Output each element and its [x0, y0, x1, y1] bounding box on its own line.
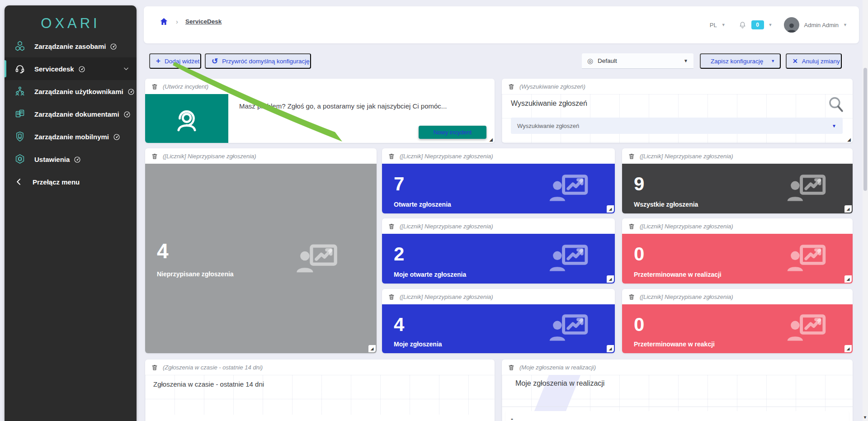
search-tickets-widget: (Wyszukiwanie zgłoszeń) Wyszukiwanie zgł…	[502, 79, 853, 143]
resize-handle[interactable]: ◢	[847, 137, 851, 142]
documents-icon	[14, 109, 25, 119]
delete-widget-icon[interactable]	[388, 152, 395, 160]
notification-count-badge[interactable]: 0	[751, 20, 764, 29]
scrollbar-track[interactable]: ▼	[863, 0, 868, 421]
search-widget-title: Wyszukiwanie zgłoszeń	[511, 99, 587, 108]
incident-teal-panel	[145, 94, 228, 143]
chart-widget-body: Zgłoszenia w czasie - ostatnie 14 dni Zg…	[145, 375, 495, 421]
target-circle-icon: ◎	[587, 57, 593, 65]
counter-label: Nieprzypisane zgłoszenia	[157, 270, 234, 278]
user-menu-caret-icon[interactable]: ▼	[843, 23, 847, 27]
resize-handle[interactable]: ◢	[489, 137, 493, 142]
counter-widget-all: ([Licznik] Nieprzypisane zgłoszenia) 9 W…	[622, 148, 853, 213]
sidebar-item-label: Ustawienia	[34, 156, 81, 163]
language-selector-label[interactable]: PL	[710, 22, 717, 28]
counter-tile[interactable]: 9 Wszystkie zgłoszenia ◢	[622, 164, 853, 213]
sidebar-item-zarzadzanie-uzytkownikami[interactable]: Zarządzanie użytkownikami	[5, 80, 137, 103]
resize-handle[interactable]: ◢	[607, 345, 614, 352]
dashboard-gauge-icon	[113, 133, 120, 141]
resize-handle[interactable]: ◢	[607, 205, 614, 213]
scrollbar-down-arrow[interactable]: ▼	[863, 415, 867, 420]
oxari-logo: OXARI	[5, 15, 137, 32]
counter-tile[interactable]: 4 Nieprzypisane zgłoszenia ◢	[145, 164, 377, 353]
delete-widget-icon[interactable]	[628, 293, 635, 301]
search-caret-icon[interactable]: ▼	[832, 123, 836, 128]
ticket-list-item[interactable]: - Zgłaszający Admin Admin	[505, 411, 849, 421]
sidebar-item-label: Zarządzanie użytkownikami	[34, 88, 135, 95]
user-name[interactable]: Admin Admin	[804, 22, 839, 28]
home-icon[interactable]	[159, 17, 169, 26]
search-input-placeholder: Wyszukiwanie zgłoszeń	[517, 123, 579, 129]
add-widget-button[interactable]: + Dodaj widżet	[149, 53, 201, 69]
tickets-board-icon	[549, 174, 589, 203]
chart-widget-title: Zgłoszenia w czasie - ostatnie 14 dni	[153, 380, 264, 388]
sidebar-item-servicedesk[interactable]: Servicedesk	[5, 57, 137, 80]
widget-header-label: (Wyszukiwanie zgłoszeń)	[519, 83, 585, 90]
scrollbar-thumb[interactable]	[863, 68, 867, 191]
delete-widget-icon[interactable]	[628, 152, 635, 160]
divider	[502, 407, 853, 407]
counter-tile[interactable]: 7 Otwarte zgłoszenia ◢	[382, 164, 615, 213]
sidebar-item-ustawienia[interactable]: Ustawienia	[5, 148, 137, 170]
cancel-changes-button[interactable]: ✕ Anuluj zmiany	[786, 53, 842, 69]
users-icon	[14, 86, 25, 97]
search-input[interactable]: Wyszukiwanie zgłoszeń ▼	[511, 118, 843, 134]
dashboard-gauge-icon	[127, 88, 135, 95]
counter-widget-open: ([Licznik] Nieprzypisane zgłoszenia) 7 O…	[382, 148, 615, 213]
headset-icon	[14, 63, 25, 74]
counter-tile[interactable]: 2 Moje otwarte zgłoszenia ◢	[382, 234, 615, 284]
widget-header-label: ([Licznik] Nieprzypisane zgłoszenia)	[400, 223, 493, 230]
delete-widget-icon[interactable]	[388, 293, 395, 301]
delete-widget-icon[interactable]	[151, 364, 158, 371]
widget-header: (Wyszukiwanie zgłoszeń)	[502, 79, 853, 94]
delete-widget-icon[interactable]	[628, 222, 635, 230]
resize-handle[interactable]: ◢	[844, 345, 852, 352]
sidebar-item-zarzadzanie-dokumentami[interactable]: Zarządzanie dokumentami	[5, 103, 137, 125]
delete-widget-icon[interactable]	[151, 83, 158, 90]
search-icon[interactable]	[826, 95, 845, 114]
breadcrumb-servicedesk-link[interactable]: ServiceDesk	[185, 18, 222, 25]
delete-widget-icon[interactable]	[508, 83, 515, 90]
counter-tile[interactable]: 0 Przeterminowane w reakcji ◢	[622, 304, 853, 353]
notifications-caret-icon[interactable]: ▼	[769, 23, 773, 27]
counter-tile[interactable]: 0 Przeterminowane w realizacji ◢	[622, 234, 853, 284]
avatar[interactable]	[784, 17, 799, 33]
ticket-item-title: -	[511, 415, 513, 421]
create-incident-widget: (Utwórz incydent) Masz problem? Zgłoś go…	[145, 79, 495, 143]
counter-widget-overdue-progress: ([Licznik] Nieprzypisane zgłoszenia) 0 P…	[622, 218, 853, 284]
chart-area: Zgłoszenia w czasie - ostatnie 14 dni	[151, 415, 488, 421]
notifications-bell-icon[interactable]	[738, 21, 747, 29]
resize-handle[interactable]: ◢	[844, 275, 852, 283]
topbar-actions: PL ▼ 0 ▼ Admin Admin ▼	[710, 17, 847, 33]
active-indicator	[5, 60, 6, 77]
language-caret-icon[interactable]: ▼	[722, 23, 726, 27]
delete-widget-icon[interactable]	[508, 364, 515, 371]
resize-handle[interactable]: ◢	[368, 345, 376, 352]
counter-label: Przeterminowane w realizacji	[634, 271, 722, 278]
widget-header-label: (Zgłoszenia w czasie - ostatnie 14 dni)	[163, 364, 263, 371]
sidebar: OXARI Zarządzanie zasobami	[5, 5, 137, 421]
counter-tile[interactable]: 4 Moje zgłoszenia ◢	[382, 304, 615, 353]
restore-default-config-button[interactable]: ↺ Przywróć domyślną konfigurację	[205, 53, 311, 69]
config-select[interactable]: ◎ Default ▼	[582, 53, 693, 69]
sidebar-item-zarzadzanie-mobilnymi[interactable]: Zarządzanie mobilnymi	[5, 125, 137, 148]
resize-handle[interactable]: ◢	[844, 205, 852, 213]
delete-widget-icon[interactable]	[151, 152, 158, 160]
sidebar-toggle-menu[interactable]: Przełącz menu	[5, 170, 137, 193]
sidebar-toggle-label: Przełącz menu	[33, 178, 80, 186]
support-headset-icon	[173, 104, 201, 132]
resize-handle[interactable]: ◢	[607, 275, 614, 283]
counter-value: 0	[634, 315, 644, 334]
avatar-person-icon	[786, 22, 797, 33]
x-icon: ✕	[793, 57, 798, 65]
breadcrumb: › ServiceDesk	[159, 17, 222, 26]
search-widget-body: Wyszukiwanie zgłoszeń Wyszukiwanie zgłos…	[502, 94, 853, 143]
dashboard-gauge-icon	[78, 66, 85, 73]
widget-header-label: ([Licznik] Nieprzypisane zgłoszenia)	[163, 153, 256, 160]
save-config-button[interactable]: Zapisz konfigurację ▼	[700, 53, 781, 69]
sidebar-item-zarzadzanie-zasobami[interactable]: Zarządzanie zasobami	[5, 35, 137, 57]
new-incident-button[interactable]: Nowy incydent	[419, 126, 486, 139]
save-split-caret-icon[interactable]: ▼	[771, 59, 775, 63]
delete-widget-icon[interactable]	[388, 222, 395, 230]
counter-value: 2	[394, 245, 404, 264]
